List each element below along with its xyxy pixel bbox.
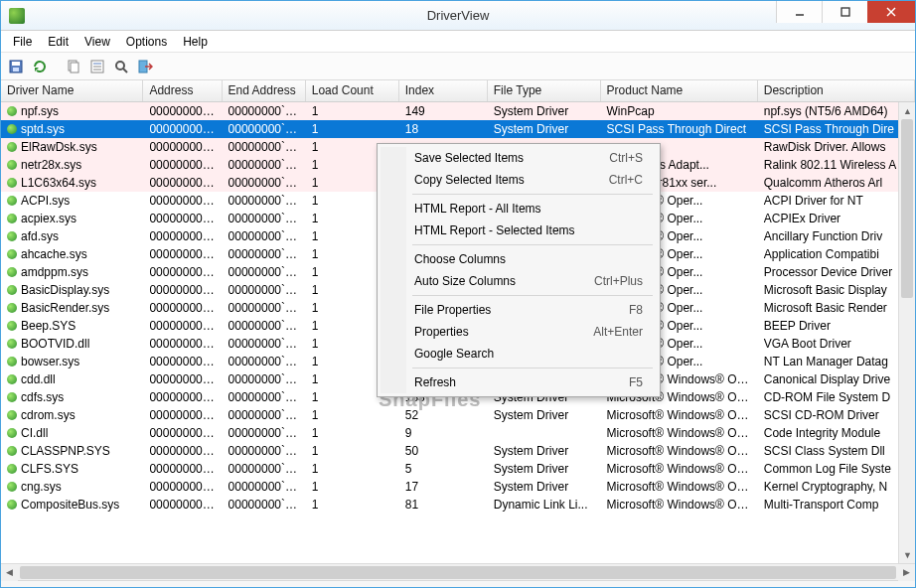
menu-edit[interactable]: Edit	[40, 33, 76, 51]
grid-cell: 17	[399, 479, 488, 495]
maximize-button[interactable]	[822, 1, 867, 23]
driver-name-cell: L1C63x64.sys	[1, 175, 143, 191]
pointer: Alt+Enter	[593, 325, 643, 339]
properties-icon[interactable]	[88, 58, 106, 75]
driver-status-icon	[7, 303, 17, 313]
vertical-scrollbar[interactable]: ▲ ▼	[898, 102, 915, 563]
grid-cell: 18	[399, 121, 488, 137]
menu-help[interactable]: Help	[175, 33, 216, 51]
menubar: File Edit View Options Help	[1, 31, 915, 53]
grid-cell: 00000000`0...	[223, 175, 306, 191]
scroll-right-arrow[interactable]: ▶	[898, 564, 915, 581]
grid-cell: 00000000`0...	[143, 389, 222, 405]
grid-cell: Canonical Display Drive	[758, 371, 915, 387]
svg-point-13	[116, 62, 124, 70]
scroll-down-arrow[interactable]: ▼	[899, 546, 915, 563]
grid-cell: 00000000`0...	[143, 461, 222, 477]
grid-cell: Microsoft® Windows® Oper...	[601, 497, 758, 513]
grid-cell: 00000000`0...	[143, 157, 222, 173]
table-row[interactable]: CLASSPNP.SYS00000000`0...00000000`0...15…	[1, 442, 915, 460]
grid-cell: Ralink 802.11 Wireless A	[758, 157, 915, 173]
column-header[interactable]: Load Count	[306, 80, 399, 101]
column-header[interactable]: Index	[399, 80, 488, 101]
driver-name-cell: BasicDisplay.sys	[1, 282, 143, 298]
menu-file[interactable]: File	[5, 33, 40, 51]
driver-status-icon	[7, 178, 17, 188]
menu-view[interactable]: View	[76, 33, 118, 51]
driver-name-cell: CompositeBus.sys	[1, 497, 143, 513]
context-menu-item[interactable]: RefreshF5	[381, 371, 657, 393]
driver-name-cell: amdppm.sys	[1, 264, 143, 280]
column-header[interactable]: End Address	[223, 80, 306, 101]
context-menu-item[interactable]: File PropertiesF8	[381, 299, 657, 321]
titlebar[interactable]: DriverView	[1, 1, 915, 31]
column-header[interactable]: Product Name	[601, 80, 758, 101]
grid-cell: RawDisk Driver. Allows	[758, 139, 915, 155]
column-header[interactable]: Description	[758, 80, 915, 101]
grid-cell: Multi-Transport Comp	[758, 497, 915, 513]
copy-icon[interactable]	[65, 58, 82, 75]
column-header[interactable]: Driver Name	[1, 80, 143, 101]
table-row[interactable]: CompositeBus.sys00000000`0...00000000`0.…	[1, 496, 915, 514]
pointer: Ctrl+Plus	[594, 274, 643, 288]
grid-cell: Microsoft® Windows® Oper...	[601, 425, 758, 441]
table-row[interactable]: CLFS.SYS00000000`0...00000000`0...15Syst…	[1, 460, 915, 478]
context-menu-item[interactable]: HTML Report - Selected Items	[381, 220, 657, 241]
driver-name-cell: cdrom.sys	[1, 407, 143, 423]
grid-cell: Kernel Cryptography, N	[758, 479, 915, 495]
context-menu-item[interactable]: Copy Selected ItemsCtrl+C	[381, 169, 657, 191]
context-menu-item[interactable]: Auto Size ColumnsCtrl+Plus	[381, 270, 657, 292]
close-button[interactable]	[867, 1, 915, 23]
svg-rect-6	[13, 68, 19, 72]
grid-cell: 00000000`0...	[223, 354, 306, 369]
context-menu-item[interactable]: Choose Columns	[381, 248, 657, 270]
refresh-icon[interactable]	[31, 58, 49, 75]
context-menu-item[interactable]: Google Search	[381, 343, 657, 365]
scroll-left-arrow[interactable]: ◀	[1, 564, 18, 581]
context-item-label: Google Search	[414, 347, 494, 361]
column-header[interactable]: File Type	[488, 80, 601, 101]
table-row[interactable]: CI.dll00000000`0...00000000`0...19Micros…	[1, 424, 915, 442]
status-text: 166 item(s), 1 Selected	[9, 585, 131, 589]
grid-cell: 1	[306, 497, 399, 513]
grid-cell: SCSI Pass Through Direct	[601, 121, 758, 137]
context-item-label: Save Selected Items	[414, 151, 524, 165]
grid-cell: 00000000`0...	[143, 211, 222, 226]
table-row[interactable]: sptd.sys00000000`0...00000000`0...118Sys…	[1, 120, 915, 138]
table-row[interactable]: cdrom.sys00000000`0...00000000`0...152Sy…	[1, 406, 915, 424]
context-menu-item[interactable]: Save Selected ItemsCtrl+S	[381, 147, 657, 169]
exit-icon[interactable]	[136, 58, 154, 75]
save-icon[interactable]	[7, 58, 25, 75]
context-menu-item[interactable]: PropertiesAlt+Enter	[381, 321, 657, 343]
menu-options[interactable]: Options	[118, 33, 175, 51]
context-item-label: Copy Selected Items	[414, 173, 525, 187]
horizontal-scrollbar[interactable]: ◀ ▶	[1, 563, 915, 580]
driver-status-icon	[7, 482, 17, 492]
grid-cell: 81	[399, 497, 488, 513]
vscroll-thumb[interactable]	[901, 119, 913, 298]
grid-cell: Microsoft® Windows® Oper...	[601, 461, 758, 477]
driver-name-cell: CLFS.SYS	[1, 461, 143, 477]
grid-cell: 00000000`0...	[143, 300, 222, 316]
grid-cell: WinPcap	[601, 103, 758, 119]
find-icon[interactable]	[112, 58, 130, 75]
grid-cell: SCSI Class System Dll	[758, 443, 915, 459]
grid-cell: Microsoft® Windows® Oper...	[601, 479, 758, 495]
driver-status-icon	[7, 410, 17, 420]
grid-cell: 1	[306, 121, 399, 137]
driver-status-icon	[7, 267, 17, 277]
grid-cell: System Driver	[488, 407, 601, 423]
grid-cell: 00000000`0...	[143, 407, 222, 423]
driver-status-icon	[7, 392, 17, 402]
column-header[interactable]: Address	[143, 80, 222, 101]
grid-cell: Microsoft Basic Display	[758, 282, 915, 298]
scroll-up-arrow[interactable]: ▲	[899, 102, 915, 119]
table-row[interactable]: npf.sys00000000`0...00000000`0...1149Sys…	[1, 102, 915, 120]
table-row[interactable]: cng.sys00000000`0...00000000`0...117Syst…	[1, 478, 915, 496]
grid-cell: NT Lan Manager Datag	[758, 354, 915, 369]
context-menu-item[interactable]: HTML Report - All Items	[381, 198, 657, 220]
context-separator	[412, 295, 653, 296]
minimize-button[interactable]	[776, 1, 822, 23]
driver-status-icon	[7, 374, 17, 384]
hscroll-thumb[interactable]	[20, 566, 896, 579]
